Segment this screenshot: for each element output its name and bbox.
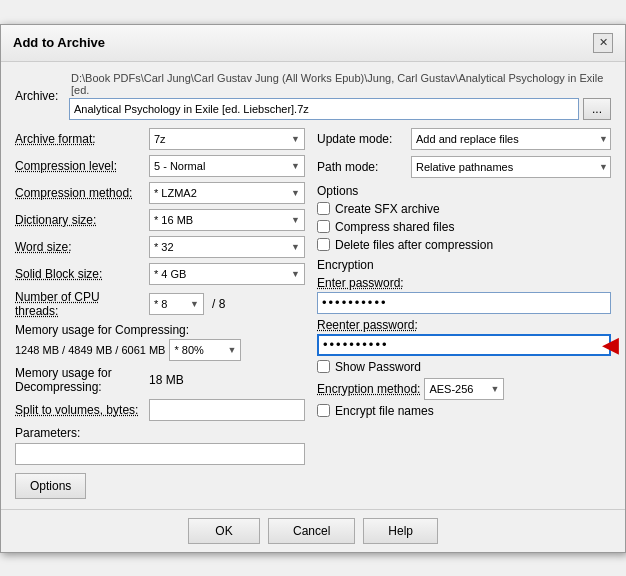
enter-password-input[interactable]	[317, 292, 611, 314]
dictionary-size-label: Dictionary size:	[15, 213, 145, 227]
show-password-label: Show Password	[335, 360, 421, 374]
encryption-section: Encryption Enter password: Reenter passw…	[317, 258, 611, 418]
memory-compress-combo-value: * 80%	[172, 344, 227, 356]
memory-compress-values: 1248 MB / 4849 MB / 6061 MB	[15, 344, 165, 356]
params-label: Parameters:	[15, 426, 305, 440]
archive-label: Archive:	[15, 89, 63, 103]
archive-format-value: 7z	[152, 133, 291, 145]
path-mode-row: Path mode: Relative pathnames ▼	[317, 156, 611, 178]
cpu-threads-arrow: ▼	[190, 299, 201, 309]
memory-compress-row: Memory usage for Compressing: 1248 MB / …	[15, 323, 305, 361]
solid-block-combo[interactable]: * 4 GB ▼	[149, 263, 305, 285]
cpu-threads-suffix: / 8	[212, 297, 225, 311]
left-column: Archive format: 7z ▼ Compression level: …	[15, 128, 305, 499]
options-section-label: Options	[317, 184, 611, 198]
archive-row: Archive: D:\Book PDFs\Carl Jung\Carl Gus…	[15, 72, 611, 120]
close-button[interactable]: ✕	[593, 33, 613, 53]
encryption-method-value: AES-256	[429, 383, 490, 395]
solid-block-row: Solid Block size: * 4 GB ▼	[15, 263, 305, 285]
compress-shared-row: Compress shared files	[317, 220, 611, 234]
word-size-label: Word size:	[15, 240, 145, 254]
solid-block-value: * 4 GB	[152, 268, 291, 280]
dictionary-size-value: * 16 MB	[152, 214, 291, 226]
compression-method-label: Compression method:	[15, 186, 145, 200]
create-sfx-row: Create SFX archive	[317, 202, 611, 216]
dialog-title: Add to Archive	[13, 35, 105, 50]
compression-level-row: Compression level: 5 - Normal ▼	[15, 155, 305, 177]
memory-compress-combo-arrow: ▼	[228, 345, 239, 355]
cpu-threads-combo[interactable]: * 8 ▼	[149, 293, 204, 315]
cpu-threads-label: Number of CPU threads:	[15, 290, 145, 318]
solid-block-label: Solid Block size:	[15, 267, 145, 281]
dictionary-size-row: Dictionary size: * 16 MB ▼	[15, 209, 305, 231]
enter-password-label: Enter password:	[317, 276, 611, 290]
reenter-password-container: ◀	[317, 334, 611, 356]
split-volumes-row: Split to volumes, bytes:	[15, 399, 305, 421]
dictionary-size-combo[interactable]: * 16 MB ▼	[149, 209, 305, 231]
archive-path-input[interactable]	[69, 98, 579, 120]
word-size-arrow: ▼	[291, 242, 302, 252]
memory-decompress-label: Memory usage for Decompressing:	[15, 366, 145, 394]
red-arrow-indicator: ◀	[602, 332, 619, 358]
compression-level-label: Compression level:	[15, 159, 145, 173]
dialog-footer: OK Cancel Help	[1, 509, 625, 552]
archive-format-row: Archive format: 7z ▼	[15, 128, 305, 150]
memory-decompress-value: 18 MB	[149, 373, 184, 387]
compress-shared-checkbox[interactable]	[317, 220, 330, 233]
reenter-password-row: Reenter password: ◀	[317, 318, 611, 356]
encrypt-filenames-checkbox[interactable]	[317, 404, 330, 417]
compression-method-value: * LZMA2	[152, 187, 291, 199]
encryption-method-arrow: ▼	[490, 384, 499, 394]
show-password-checkbox[interactable]	[317, 360, 330, 373]
dictionary-size-arrow: ▼	[291, 215, 302, 225]
right-column: Update mode: Add and replace files ▼ Pat…	[317, 128, 611, 499]
path-mode-value: Relative pathnames	[414, 161, 599, 173]
archive-path-line1: D:\Book PDFs\Carl Jung\Carl Gustav Jung …	[69, 72, 611, 96]
encryption-method-label: Encryption method:	[317, 382, 420, 396]
path-mode-arrow: ▼	[599, 162, 608, 172]
solid-block-arrow: ▼	[291, 269, 302, 279]
update-mode-label: Update mode:	[317, 132, 407, 146]
dialog-window: Add to Archive ✕ Archive: D:\Book PDFs\C…	[0, 24, 626, 553]
path-mode-combo[interactable]: Relative pathnames ▼	[411, 156, 611, 178]
word-size-value: * 32	[152, 241, 291, 253]
encryption-method-combo[interactable]: AES-256 ▼	[424, 378, 504, 400]
compression-method-row: Compression method: * LZMA2 ▼	[15, 182, 305, 204]
word-size-combo[interactable]: * 32 ▼	[149, 236, 305, 258]
archive-format-arrow: ▼	[291, 134, 302, 144]
show-password-row: Show Password	[317, 360, 611, 374]
path-mode-label: Path mode:	[317, 160, 407, 174]
create-sfx-checkbox[interactable]	[317, 202, 330, 215]
browse-button[interactable]: ...	[583, 98, 611, 120]
encryption-method-row: Encryption method: AES-256 ▼	[317, 378, 611, 400]
create-sfx-label: Create SFX archive	[335, 202, 440, 216]
ok-button[interactable]: OK	[188, 518, 260, 544]
archive-combo: ...	[69, 98, 611, 120]
help-button[interactable]: Help	[363, 518, 438, 544]
compression-level-combo[interactable]: 5 - Normal ▼	[149, 155, 305, 177]
delete-files-checkbox[interactable]	[317, 238, 330, 251]
split-input[interactable]	[149, 399, 305, 421]
params-section: Parameters:	[15, 426, 305, 465]
archive-format-combo[interactable]: 7z ▼	[149, 128, 305, 150]
update-mode-value: Add and replace files	[414, 133, 599, 145]
encrypt-filenames-row: Encrypt file names	[317, 404, 611, 418]
title-bar: Add to Archive ✕	[1, 25, 625, 62]
params-input[interactable]	[15, 443, 305, 465]
encrypt-filenames-label: Encrypt file names	[335, 404, 434, 418]
options-btn-row: Options	[15, 473, 305, 499]
reenter-password-input[interactable]	[317, 334, 611, 356]
compress-shared-label: Compress shared files	[335, 220, 454, 234]
memory-decompress-row: Memory usage for Decompressing: 18 MB	[15, 366, 305, 394]
word-size-row: Word size: * 32 ▼	[15, 236, 305, 258]
compression-level-value: 5 - Normal	[152, 160, 291, 172]
options-button[interactable]: Options	[15, 473, 86, 499]
memory-compress-combo[interactable]: * 80% ▼	[169, 339, 241, 361]
columns: Archive format: 7z ▼ Compression level: …	[15, 128, 611, 499]
compression-method-combo[interactable]: * LZMA2 ▼	[149, 182, 305, 204]
update-mode-combo[interactable]: Add and replace files ▼	[411, 128, 611, 150]
cpu-threads-value: * 8	[152, 298, 190, 310]
cancel-button[interactable]: Cancel	[268, 518, 355, 544]
update-mode-arrow: ▼	[599, 134, 608, 144]
dialog-body: Archive: D:\Book PDFs\Carl Jung\Carl Gus…	[1, 62, 625, 509]
